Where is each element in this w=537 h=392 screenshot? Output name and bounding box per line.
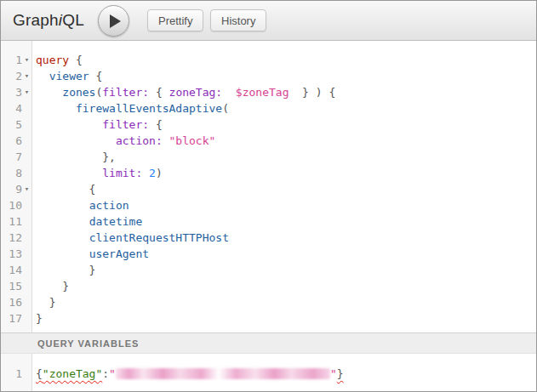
line-number: 5	[1, 116, 22, 133]
token-punc: }	[36, 280, 69, 293]
toolbar: GraphiQL Prettify History	[1, 1, 536, 41]
token-field: zones	[62, 86, 95, 99]
line-number: 4	[1, 100, 22, 116]
code-text: query {	[31, 52, 83, 68]
fold-gutter	[22, 366, 31, 382]
token-punc	[36, 70, 49, 82]
token-punc	[36, 247, 89, 260]
token-attr: filter:	[102, 118, 149, 131]
code-line: 1{"zoneTag":""}	[1, 366, 536, 382]
redacted-zone-tag-value	[116, 368, 330, 379]
prettify-button[interactable]: Prettify	[147, 9, 203, 31]
token-keyword: query	[36, 54, 69, 66]
code-text: }	[31, 262, 95, 278]
token-punc: )	[156, 167, 163, 179]
token-punc: } ) {	[288, 86, 335, 99]
line-number: 1	[1, 52, 22, 68]
token-attr: zoneTag:	[169, 86, 223, 99]
code-line: 17}	[1, 310, 536, 327]
code-line: 3▾ zones(filter: { zoneTag: $zoneTag } )…	[1, 84, 536, 100]
code-text: {	[31, 181, 95, 197]
query-editor[interactable]: 1▾query {2▾ viewer {3▾ zones(filter: { z…	[1, 41, 536, 332]
token-attr: limit:	[102, 167, 142, 179]
line-number: 2	[1, 68, 22, 84]
token-field: userAgent	[89, 247, 149, 260]
token-field: viewer	[49, 70, 89, 82]
code-line: 11 datetime	[1, 213, 536, 230]
token-punc	[36, 118, 102, 131]
token-punc	[163, 134, 169, 147]
fold-arrow-icon[interactable]: ▾	[22, 52, 31, 68]
fold-gutter	[22, 197, 31, 213]
token-punc: {	[149, 86, 169, 99]
execute-query-button[interactable]	[98, 5, 129, 37]
code-text: },	[31, 149, 116, 165]
code-line: 6 action: "block"	[1, 133, 536, 149]
token-string: "	[330, 367, 337, 380]
token-punc: {	[149, 118, 163, 131]
token-punc: }	[36, 296, 55, 309]
play-icon	[110, 14, 121, 28]
token-punc	[36, 167, 102, 179]
fold-arrow-icon[interactable]: ▾	[22, 68, 31, 84]
history-button[interactable]: History	[210, 9, 266, 31]
token-punc: {	[36, 367, 43, 380]
app-title: GraphiQL	[13, 11, 84, 30]
token-attr: filter:	[102, 86, 149, 99]
variables-editor-lines: 1{"zoneTag":""}	[1, 354, 536, 382]
code-text: }	[31, 294, 55, 310]
line-number: 3	[1, 84, 22, 100]
code-line: 7 },	[1, 149, 536, 165]
fold-gutter	[22, 133, 31, 149]
code-text: action: "block"	[31, 133, 215, 149]
line-number: 1	[1, 366, 22, 382]
line-number: 9	[1, 181, 22, 197]
line-number: 6	[1, 133, 22, 149]
query-variables-header[interactable]: QUERY VARIABLES	[1, 332, 536, 354]
token-punc	[36, 102, 76, 115]
token-field: datetime	[89, 215, 143, 228]
token-punc	[36, 86, 62, 99]
code-line: 10 action	[1, 197, 536, 213]
code-line: 4 firewallEventsAdaptive(	[1, 100, 536, 116]
code-line: 1▾query {	[1, 52, 536, 68]
line-number: 13	[1, 246, 22, 262]
code-line: 13 userAgent	[1, 246, 536, 262]
code-text: userAgent	[31, 246, 149, 262]
line-number: 10	[1, 197, 22, 213]
fold-gutter	[22, 278, 31, 294]
fold-gutter	[22, 100, 31, 116]
line-number: 15	[1, 278, 22, 294]
app-title-graph: Graph	[13, 11, 59, 29]
fold-arrow-icon[interactable]: ▾	[22, 181, 31, 197]
fold-arrow-icon[interactable]: ▾	[22, 84, 31, 100]
token-attr: action:	[116, 134, 163, 147]
token-punc: {	[89, 70, 103, 82]
code-line: 14 }	[1, 262, 536, 278]
code-line: 16 }	[1, 294, 536, 310]
variables-editor[interactable]: 1{"zoneTag":""}	[1, 354, 536, 392]
query-editor-lines: 1▾query {2▾ viewer {3▾ zones(filter: { z…	[1, 41, 536, 327]
line-number: 7	[1, 149, 22, 165]
token-punc: {	[69, 54, 83, 66]
token-variable: $zoneTag	[236, 86, 289, 99]
token-punc: {	[36, 183, 95, 196]
token-punc	[222, 86, 236, 99]
code-text: {"zoneTag":""}	[31, 366, 344, 382]
token-punc: },	[36, 151, 116, 163]
line-number: 11	[1, 213, 22, 230]
line-number: 16	[1, 294, 22, 310]
code-text: firewallEventsAdaptive(	[31, 100, 229, 116]
query-variables-title: QUERY VARIABLES	[37, 338, 139, 349]
token-number: 2	[149, 167, 156, 179]
fold-gutter	[22, 116, 31, 133]
token-string: "block"	[169, 134, 216, 147]
fold-gutter	[22, 149, 31, 165]
code-text: zones(filter: { zoneTag: $zoneTag } ) {	[31, 84, 335, 100]
line-number: 12	[1, 230, 22, 246]
token-punc: :	[102, 367, 109, 380]
fold-gutter	[22, 246, 31, 262]
line-number: 17	[1, 310, 22, 327]
fold-gutter	[22, 165, 31, 181]
code-text: }	[31, 278, 69, 294]
